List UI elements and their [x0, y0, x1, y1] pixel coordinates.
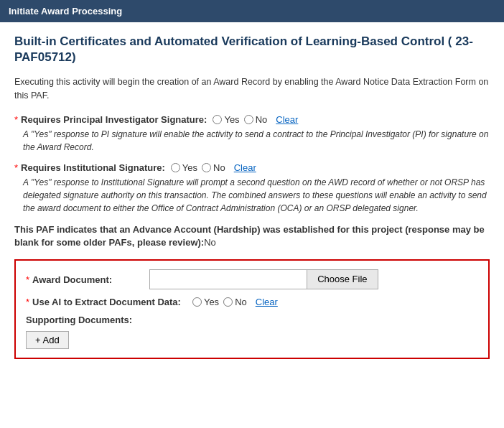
page-title: Built-in Certificates and Automated Veri… — [14, 34, 490, 65]
advance-account-text: This PAF indicates that an Advance Accou… — [14, 223, 490, 249]
award-document-label: Award Document: — [32, 274, 112, 285]
inst-yes-radio[interactable] — [171, 163, 180, 172]
pi-no-text: No — [256, 114, 268, 125]
use-ai-row: * Use AI to Extract Document Data: Yes N… — [26, 297, 478, 307]
pi-clear-link[interactable]: Clear — [276, 114, 298, 125]
institutional-signature-row: * Requires Institutional Signature: Yes … — [14, 162, 490, 173]
inst-no-label[interactable]: No — [202, 162, 225, 173]
use-ai-required-star: * — [26, 297, 29, 307]
use-ai-no-text: No — [235, 297, 247, 307]
use-ai-no-label[interactable]: No — [223, 297, 247, 307]
add-supporting-doc-button[interactable]: + Add — [26, 331, 69, 349]
use-ai-yes-text: Yes — [204, 297, 219, 307]
pi-yes-text: Yes — [224, 114, 239, 125]
inst-help-text: A "Yes" response to Institutional Signat… — [14, 176, 490, 215]
award-document-filename[interactable] — [149, 269, 307, 289]
inst-signature-label: Requires Institutional Signature: — [21, 162, 165, 173]
use-ai-yes-radio[interactable] — [192, 297, 202, 307]
use-ai-label: Use AI to Extract Document Data: — [32, 297, 181, 307]
inst-required-star: * — [14, 162, 18, 173]
use-ai-no-radio[interactable] — [223, 297, 233, 307]
pi-signature-row: * Requires Principal Investigator Signat… — [14, 114, 490, 125]
content-area: Built-in Certificates and Automated Veri… — [0, 22, 504, 371]
advance-account-answer: No — [204, 237, 216, 248]
choose-file-button[interactable]: Choose File — [307, 269, 378, 289]
window-container: Initiate Award Processing Built-in Certi… — [0, 0, 504, 371]
use-ai-clear-link[interactable]: Clear — [256, 297, 278, 307]
pi-no-radio[interactable] — [244, 115, 253, 124]
inst-signature-radio-group: Yes No Clear — [171, 162, 256, 173]
use-ai-radio-group: Yes No Clear — [192, 297, 278, 307]
use-ai-yes-label[interactable]: Yes — [192, 297, 219, 307]
inst-yes-label[interactable]: Yes — [171, 162, 197, 173]
inst-clear-link[interactable]: Clear — [234, 162, 256, 173]
supporting-docs-section: Supporting Documents: + Add — [26, 315, 478, 349]
pi-signature-label: Requires Principal Investigator Signatur… — [21, 114, 207, 125]
award-doc-required-star: * — [26, 274, 29, 285]
pi-help-text: A "Yes" response to PI signature will en… — [14, 128, 490, 154]
pi-yes-radio[interactable] — [213, 115, 222, 124]
inst-no-radio[interactable] — [202, 163, 211, 172]
award-document-row: * Award Document: Choose File — [26, 269, 478, 289]
supporting-docs-label: Supporting Documents: — [26, 315, 478, 325]
file-input-spacer — [123, 274, 149, 285]
bordered-section: * Award Document: Choose File * Use AI t… — [14, 259, 490, 359]
pi-yes-label[interactable]: Yes — [213, 114, 239, 125]
inst-yes-text: Yes — [182, 162, 197, 173]
intro-text: Executing this activity will begin the c… — [14, 75, 490, 103]
pi-no-label[interactable]: No — [244, 114, 268, 125]
pi-required-star: * — [14, 114, 18, 125]
inst-no-text: No — [213, 162, 225, 173]
pi-signature-radio-group: Yes No Clear — [213, 114, 298, 125]
window-title: Initiate Award Processing — [0, 0, 504, 22]
